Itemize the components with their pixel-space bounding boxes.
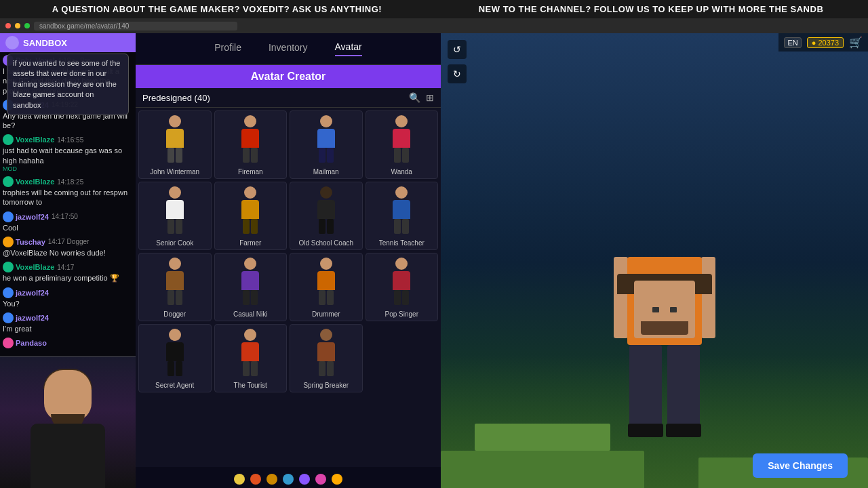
language-selector[interactable]: EN	[784, 37, 801, 48]
avatar-legs	[156, 148, 193, 163]
channel-avatar	[5, 36, 19, 49]
avatar-card-mailman[interactable]: Mailman	[290, 110, 363, 179]
avatar-figure	[307, 115, 344, 166]
color-dot-orange-red[interactable]	[250, 474, 261, 485]
avatar-leg	[251, 219, 258, 234]
avatar-name: Casual Niki	[233, 310, 268, 318]
avatar-name: The Tourist	[234, 382, 267, 389]
avatar-card-dogger[interactable]: Dogger	[138, 253, 212, 321]
avatar-card-senior-cook[interactable]: Senior Cook	[138, 182, 212, 250]
tab-inventory[interactable]: Inventory	[269, 42, 308, 56]
avatar-legs	[232, 219, 269, 234]
avatar-head	[169, 329, 181, 341]
avatar-card-tennis-teacher[interactable]: Tennis Teacher	[366, 182, 439, 250]
avatar-card-farmer[interactable]: Farmer	[214, 182, 288, 250]
avatar-card-the-tourist[interactable]: The Tourist	[214, 324, 288, 392]
voxel-left-shoe	[628, 424, 663, 437]
avatar-body	[393, 129, 410, 148]
color-dot-yellow[interactable]	[234, 474, 245, 485]
chat-timestamp: 14:17	[57, 264, 74, 271]
chat-text: he won a preliminary competitio 🏆	[3, 273, 133, 283]
avatar-name: Farmer	[239, 239, 261, 247]
cart-icon[interactable]: 🛒	[849, 36, 863, 49]
chat-text: Cool	[3, 223, 133, 232]
voxel-left-leg	[629, 345, 662, 426]
voxel-legs	[627, 345, 702, 437]
avatar-body	[241, 271, 259, 290]
avatar-head	[320, 186, 332, 199]
tab-profile[interactable]: Profile	[214, 42, 241, 56]
avatar-card-wanda[interactable]: Wanda	[366, 110, 439, 179]
avatar-card-casual-niki[interactable]: Casual Niki	[214, 253, 288, 321]
chat-timestamp: 14:18:25	[57, 178, 83, 186]
avatar-name: Tennis Teacher	[379, 239, 425, 247]
announcement-right: NEW TO THE CHANNEL? FOLLOW US TO KEEP UP…	[434, 4, 868, 14]
avatar-leg	[251, 290, 258, 305]
avatar-leg	[327, 148, 334, 163]
avatar-leg	[251, 361, 258, 376]
avatar-figure	[232, 329, 269, 380]
center-panel: Profile Inventory Avatar Avatar Creator …	[136, 33, 441, 488]
chat-text: trophies will be coming out for respwn t…	[3, 188, 133, 207]
avatar-name: Old School Coach	[298, 239, 353, 247]
avatar-figure	[232, 258, 269, 308]
chat-message: jazwolf24 I'm great	[3, 312, 133, 333]
rotate-icon[interactable]: ↻	[448, 64, 467, 83]
avatar-name: Spring Breaker	[303, 382, 349, 389]
avatar-figure	[383, 186, 420, 237]
avatar-card-secret-agent[interactable]: Secret Agent	[138, 324, 212, 392]
color-dot-orange[interactable]	[267, 474, 277, 485]
avatar-figure	[232, 186, 269, 237]
color-dot-purple[interactable]	[299, 474, 310, 485]
announcement-left: A QUESTION ABOUT THE GAME MAKER? VOXEDIT…	[0, 4, 434, 14]
avatar-toolbar: Predesigned (40) 🔍 ⊞	[136, 88, 441, 108]
avatar-card-pop-singer[interactable]: Pop Singer	[366, 253, 439, 321]
avatar-card-old-school-coach[interactable]: Old School Coach	[290, 182, 363, 250]
color-dot-gold[interactable]	[332, 474, 342, 485]
avatar-name: Fireman	[238, 168, 263, 176]
voxel-head-container	[614, 281, 715, 338]
avatar-body	[393, 271, 410, 290]
section-title: Predesigned (40)	[142, 93, 403, 103]
avatar-grid[interactable]: John Winterman Fireman	[136, 108, 441, 467]
voxel-right-eye	[670, 307, 677, 312]
avatar-card-drummer[interactable]: Drummer	[290, 253, 363, 321]
avatar-legs	[307, 148, 344, 163]
avatar-card-spring-breaker[interactable]: Spring Breaker	[290, 324, 363, 392]
avatar-card-fireman[interactable]: Fireman	[214, 110, 288, 179]
avatar-head	[244, 186, 256, 199]
color-dot-blue[interactable]	[283, 474, 294, 485]
avatar-head	[169, 258, 181, 270]
voxel-beard	[641, 321, 688, 335]
browser-close-dot[interactable]	[5, 23, 11, 28]
grid-settings-icon[interactable]: ⊞	[426, 92, 434, 103]
avatar-figure	[307, 186, 344, 237]
browser-minimize-dot[interactable]	[15, 23, 20, 28]
avatar-name: Mailman	[313, 168, 339, 176]
avatar-leg	[327, 290, 334, 305]
avatar-leg	[394, 290, 401, 305]
avatar-head	[244, 258, 256, 270]
browser-bar: sandbox.game/me/avatar/140	[0, 18, 868, 33]
browser-url[interactable]: sandbox.game/me/avatar/140	[34, 22, 237, 30]
search-icon[interactable]: 🔍	[409, 92, 420, 103]
webcam-overlay	[0, 356, 136, 488]
color-dot-pink[interactable]	[315, 474, 326, 485]
save-changes-button[interactable]: Save Changes	[753, 453, 848, 478]
voxel-right-leg-group	[666, 345, 701, 437]
avatar-head	[320, 258, 332, 270]
avatar-body	[317, 129, 335, 148]
avatar-legs	[156, 361, 193, 376]
avatar-head	[244, 115, 256, 127]
avatar-leg	[402, 148, 409, 163]
channel-name: SANDBOX	[23, 38, 67, 48]
chat-username: VoxelBlaze	[16, 136, 54, 144]
chat-timestamp: 14:17 Dogger	[48, 238, 90, 245]
browser-maximize-dot[interactable]	[24, 23, 30, 28]
avatar-creator-title: Avatar Creator	[251, 70, 326, 82]
avatar-card-john-winterman[interactable]: John Winterman	[138, 110, 212, 179]
avatar-leg	[319, 219, 326, 234]
refresh-icon[interactable]: ↺	[448, 40, 467, 59]
avatar-leg	[394, 148, 401, 163]
tab-avatar[interactable]: Avatar	[335, 41, 362, 56]
